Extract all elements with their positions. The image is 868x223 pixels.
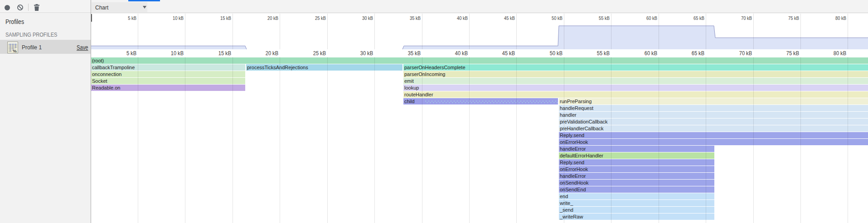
svg-text:%: %	[13, 48, 17, 53]
